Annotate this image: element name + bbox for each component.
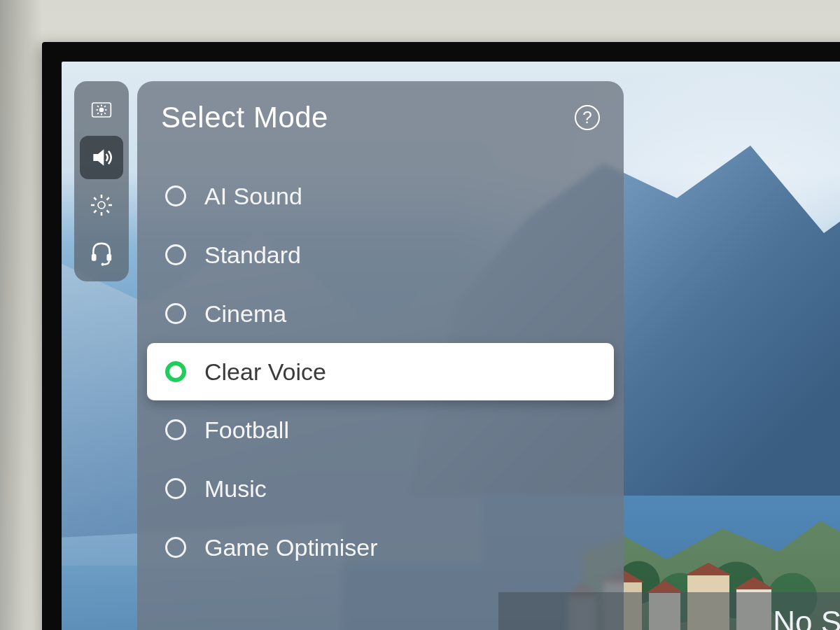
radio-icon [165,419,186,440]
option-game-optimiser[interactable]: Game Optimiser [137,518,624,577]
help-button[interactable]: ? [575,105,600,130]
sidebar-item-general[interactable] [80,183,123,227]
option-standard[interactable]: Standard [137,225,624,284]
radio-icon [165,537,186,558]
svg-rect-12 [107,254,112,261]
svg-point-1 [99,108,104,113]
option-cinema[interactable]: Cinema [137,284,624,343]
headset-icon [88,239,115,267]
radio-icon [165,244,186,265]
toast-title: No S [519,605,840,630]
sound-mode-list: AI Sound Standard Cinema Clear Voice [137,153,624,577]
option-football[interactable]: Football [137,400,624,459]
panel-header: Select Mode ? [137,101,624,153]
radio-icon-selected [165,361,186,382]
sidebar-item-sound[interactable] [80,136,123,179]
settings-sidebar [74,81,129,281]
option-label: Standard [204,241,301,269]
radio-icon [165,186,186,206]
photo-scene: Select Mode ? AI Sound Standard [0,0,840,630]
option-music[interactable]: Music [137,459,624,518]
radio-icon [165,478,186,499]
svg-line-6 [97,106,99,107]
sidebar-item-support[interactable] [80,231,123,274]
sidebar-item-picture[interactable] [80,88,123,132]
svg-point-10 [98,202,105,209]
option-label: Music [204,475,267,503]
radio-icon [165,303,186,324]
brightness-icon [88,96,115,124]
gear-icon [88,191,115,219]
status-toast: No S (1) Please check the power of the e… [498,592,840,630]
option-ai-sound[interactable]: AI Sound [137,167,624,225]
speaker-icon [88,144,115,172]
option-label: Football [204,416,289,444]
option-label: Game Optimiser [204,534,378,561]
svg-line-8 [104,106,106,107]
help-icon: ? [582,108,592,127]
option-label: AI Sound [204,183,302,210]
svg-line-9 [97,113,99,114]
option-clear-voice[interactable]: Clear Voice [147,343,614,400]
option-label: Cinema [204,300,286,328]
tv-screen: Select Mode ? AI Sound Standard [62,62,840,630]
panel-title: Select Mode [161,101,328,134]
wall-shadow [0,0,42,630]
svg-rect-11 [92,254,97,261]
tv-bezel: Select Mode ? AI Sound Standard [42,42,840,630]
option-label: Clear Voice [204,358,326,386]
select-mode-panel: Select Mode ? AI Sound Standard [137,81,624,630]
svg-line-7 [104,113,106,114]
svg-point-13 [102,263,104,266]
